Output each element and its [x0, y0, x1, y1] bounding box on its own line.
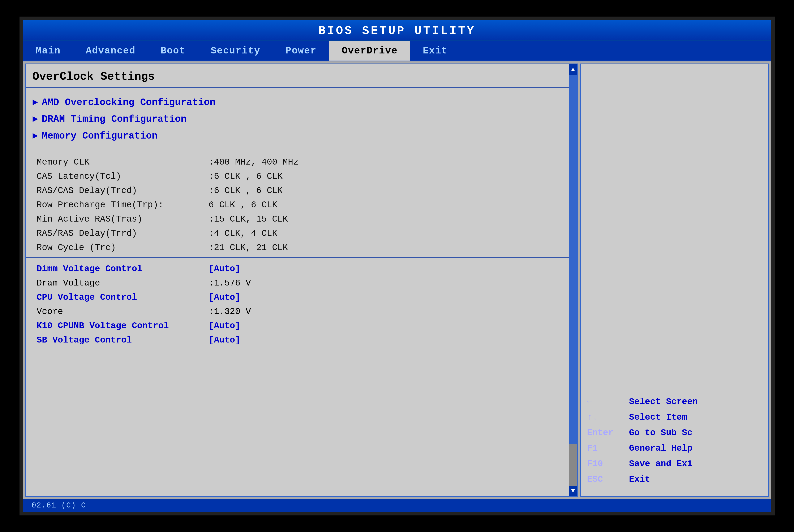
table-row: Min Active RAS(Tras) :15 CLK, 15 CLK [37, 212, 571, 226]
table-row: SB Voltage Control [Auto] [37, 333, 571, 347]
table-row: RAS/CAS Delay(Trcd) :6 CLK , 6 CLK [37, 184, 571, 198]
table-row: Dram Voltage :1.576 V [37, 276, 571, 290]
voltage-value-0: [Auto] [209, 264, 240, 274]
legend-item-2: Enter Go to Sub Sc [587, 428, 762, 438]
legend-desc-2: Go to Sub Sc [629, 428, 693, 438]
legend-item-5: ESC Exit [587, 474, 762, 484]
setting-value-2: :6 CLK , 6 CLK [209, 186, 283, 196]
setting-label-6: Row Cycle (Trc) [37, 243, 209, 253]
main-panel: OverClock Settings ► AMD Overclocking Co… [25, 63, 578, 497]
voltage-label-2: CPU Voltage Control [37, 292, 209, 302]
scroll-down-button[interactable]: ▼ [569, 486, 577, 496]
legend-desc-4: Save and Exi [629, 459, 693, 469]
voltage-label-5: SB Voltage Control [37, 335, 209, 345]
voltage-label-3: Vcore [37, 307, 209, 317]
legend-key-0: ← [587, 397, 629, 407]
setting-value-5: :4 CLK, 4 CLK [209, 228, 278, 239]
voltage-value-2: [Auto] [209, 292, 240, 302]
submenu-dram-label: DRAM Timing Configuration [42, 114, 186, 125]
voltage-label-4: K10 CPUNB Voltage Control [37, 321, 209, 331]
setting-label-1: CAS Latency(Tcl) [37, 171, 209, 182]
settings-section: Memory CLK :400 MHz, 400 MHz CAS Latency… [26, 149, 577, 258]
setting-value-6: :21 CLK, 21 CLK [209, 243, 288, 253]
right-panel: ← Select Screen ↑↓ Select Item Enter Go … [580, 63, 769, 497]
submenu-amd-label: AMD Overclocking Configuration [42, 97, 216, 108]
tab-boot[interactable]: Boot [148, 41, 198, 61]
bottom-text: 02.61 (C) C [32, 501, 86, 510]
legend-desc-1: Select Item [629, 412, 687, 422]
legend-item-4: F10 Save and Exi [587, 459, 762, 469]
legend-desc-3: General Help [629, 443, 693, 453]
legend-key-2: Enter [587, 428, 629, 438]
legend-desc-5: Exit [629, 474, 650, 484]
voltage-value-5: [Auto] [209, 335, 240, 345]
setting-label-2: RAS/CAS Delay(Trcd) [37, 186, 209, 196]
title-bar: BIOS SETUP UTILITY [23, 20, 771, 41]
table-row: CPU Voltage Control [Auto] [37, 290, 571, 305]
table-row: Dimm Voltage Control [Auto] [37, 262, 571, 276]
scrollbar[interactable]: ▲ ▼ [569, 64, 577, 496]
submenu-memory-label: Memory Configuration [42, 131, 158, 141]
setting-label-3: Row Precharge Time(Trp): [37, 200, 209, 210]
setting-label-5: RAS/RAS Delay(Trrd) [37, 228, 209, 239]
table-row: RAS/RAS Delay(Trrd) :4 CLK, 4 CLK [37, 226, 571, 241]
legend-desc-0: Select Screen [629, 397, 698, 407]
tab-power[interactable]: Power [273, 41, 329, 61]
tab-main[interactable]: Main [23, 41, 73, 61]
scroll-thumb[interactable] [569, 444, 577, 486]
arrow-icon-memory: ► [33, 131, 38, 141]
legend-key-5: ESC [587, 474, 629, 484]
setting-value-4: :15 CLK, 15 CLK [209, 214, 288, 224]
setting-value-0: :400 MHz, 400 MHz [209, 157, 298, 167]
scroll-track [569, 75, 577, 486]
table-row: Row Precharge Time(Trp): 6 CLK , 6 CLK [37, 198, 571, 212]
table-row: Memory CLK :400 MHz, 400 MHz [37, 155, 571, 169]
nav-tabs: Main Advanced Boot Security Power OverDr… [23, 41, 771, 61]
scroll-up-button[interactable]: ▲ [569, 64, 577, 75]
panel-title: OverClock Settings [26, 64, 577, 88]
arrow-icon-amd: ► [33, 97, 38, 108]
legend-item-0: ← Select Screen [587, 397, 762, 407]
table-row: K10 CPUNB Voltage Control [Auto] [37, 319, 571, 333]
legend-key-3: F1 [587, 443, 629, 453]
submenu-memory[interactable]: ► Memory Configuration [33, 128, 571, 145]
bios-screen: BIOS SETUP UTILITY Main Advanced Boot Se… [19, 17, 775, 515]
legend-item-1: ↑↓ Select Item [587, 412, 762, 422]
voltage-value-4: [Auto] [209, 321, 240, 331]
bios-title: BIOS SETUP UTILITY [318, 24, 476, 38]
voltage-value-3: :1.320 V [209, 307, 251, 317]
legend-item-3: F1 General Help [587, 443, 762, 453]
bottom-bar: 02.61 (C) C [23, 499, 771, 512]
tab-overdrive[interactable]: OverDrive [329, 41, 410, 61]
legend-key-4: F10 [587, 459, 629, 469]
legend-key-1: ↑↓ [587, 412, 629, 422]
setting-label-0: Memory CLK [37, 157, 209, 167]
submenu-amd[interactable]: ► AMD Overclocking Configuration [33, 94, 571, 111]
submenu-dram[interactable]: ► DRAM Timing Configuration [33, 111, 571, 128]
tab-exit[interactable]: Exit [410, 41, 460, 61]
voltage-label-0: Dimm Voltage Control [37, 264, 209, 274]
voltage-value-1: :1.576 V [209, 278, 251, 288]
tab-security[interactable]: Security [198, 41, 273, 61]
submenu-section: ► AMD Overclocking Configuration ► DRAM … [26, 88, 577, 149]
table-row: Row Cycle (Trc) :21 CLK, 21 CLK [37, 241, 571, 255]
arrow-icon-dram: ► [33, 114, 38, 125]
panel-body: ► AMD Overclocking Configuration ► DRAM … [26, 88, 577, 496]
content-area: OverClock Settings ► AMD Overclocking Co… [23, 61, 771, 499]
setting-label-4: Min Active RAS(Tras) [37, 214, 209, 224]
voltage-label-1: Dram Voltage [37, 278, 209, 288]
setting-value-1: :6 CLK , 6 CLK [209, 171, 283, 182]
table-row: CAS Latency(Tcl) :6 CLK , 6 CLK [37, 169, 571, 184]
voltage-section: Dimm Voltage Control [Auto] Dram Voltage… [26, 258, 577, 349]
table-row: Vcore :1.320 V [37, 305, 571, 319]
tab-advanced[interactable]: Advanced [73, 41, 148, 61]
setting-value-3: 6 CLK , 6 CLK [209, 200, 278, 210]
